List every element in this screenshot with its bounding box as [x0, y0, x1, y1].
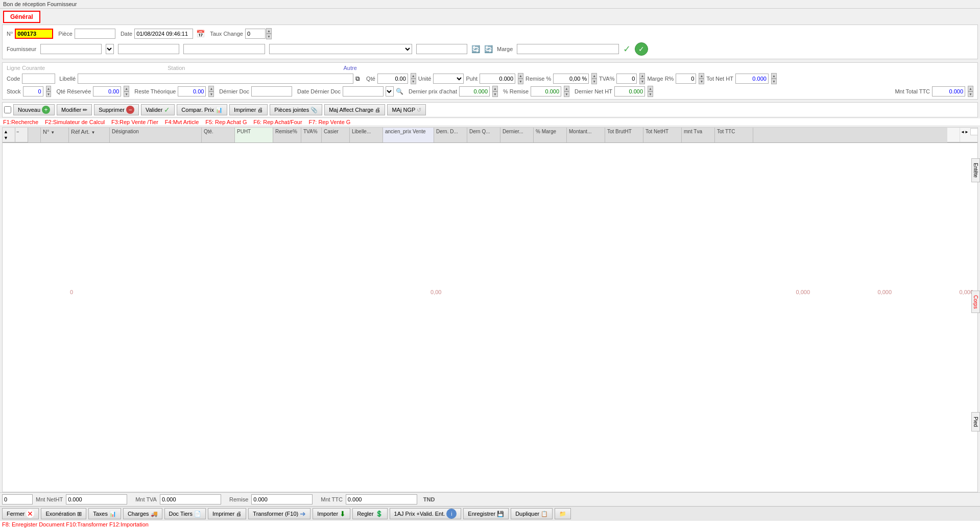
libelle-input[interactable] [78, 74, 353, 84]
calendar-icon[interactable]: 📅 [196, 30, 205, 38]
pct-remise-spinner[interactable]: ▲▼ [564, 86, 569, 97]
tot-net-spinner[interactable]: ▲▼ [771, 73, 777, 84]
maj-ngp-button[interactable]: MAj NGP ↺ [387, 104, 426, 115]
col-montant[interactable]: Montant... [567, 128, 605, 142]
valider-button[interactable]: Valider ✓ [141, 104, 175, 115]
remise-input[interactable] [553, 74, 589, 84]
col-remise[interactable]: Remise% [273, 128, 301, 142]
col-dern-d[interactable]: Dern. D... [434, 128, 467, 142]
unite-select[interactable] [433, 74, 464, 84]
col-ref-sort[interactable]: ▼ [91, 130, 95, 135]
puht-spinner[interactable]: ▲▼ [518, 73, 523, 84]
stock-spinner[interactable]: ▲▼ [46, 86, 52, 97]
exoneration-button[interactable]: Exonération ⊞ [41, 508, 86, 519]
fournisseur-name-input[interactable] [118, 44, 179, 54]
enregistrer-button[interactable]: Enregistrer 💾 [463, 508, 509, 519]
remise-footer-input[interactable]: 0.000 [251, 494, 313, 505]
doc-tiers-button[interactable]: Doc Tiers 📄 [164, 508, 206, 519]
supprimer-button[interactable]: Supprimer − [94, 104, 139, 115]
imprimer-bottom-button[interactable]: Imprimer 🖨 [208, 508, 246, 519]
col-tva[interactable]: TVA% [301, 128, 322, 142]
mnt-total-spinner[interactable]: ▲▼ [968, 86, 973, 97]
validate-icon[interactable]: ✓ [623, 43, 631, 55]
pieces-jointes-button[interactable]: Pièces jointes 📎 [270, 104, 322, 115]
stock-input[interactable] [23, 86, 43, 97]
col-dern-q[interactable]: Dern Q... [467, 128, 500, 142]
dernier-net-input[interactable] [614, 86, 645, 97]
search-icon[interactable]: 🔍 [396, 88, 403, 95]
extra-button[interactable]: 📁 [555, 508, 571, 519]
fournisseur-select2[interactable] [269, 44, 412, 54]
col-checkbox[interactable] [28, 128, 41, 142]
sync-icon[interactable]: 🔄 [484, 45, 493, 53]
qte-res-spinner[interactable]: ▲▼ [124, 86, 129, 97]
tot-net-ht-input[interactable] [735, 74, 769, 84]
mnt-ttc-footer-input[interactable]: 0.000 [346, 494, 417, 505]
col-qte[interactable]: Qté. [202, 128, 235, 142]
filter-n-arrows[interactable]: ◄► [961, 130, 969, 134]
confirm-button[interactable]: ✓ [635, 42, 648, 56]
sort-up-icon[interactable]: ▲ [4, 129, 8, 134]
sort-down-icon[interactable]: ▼ [4, 135, 8, 140]
mnt-netht-footer-input[interactable]: 0.000 [66, 494, 127, 505]
1aj-prix-button[interactable]: 1AJ Prix +Valid. Ent. i [390, 508, 462, 519]
col-puht[interactable]: PUHT [235, 128, 273, 142]
tva-spinner[interactable]: ▲▼ [639, 73, 645, 84]
tab-general[interactable]: Général [3, 11, 40, 23]
marge-r-input[interactable] [676, 74, 696, 84]
reste-input[interactable] [178, 86, 206, 97]
dernier-prix-spinner[interactable]: ▲▼ [492, 86, 498, 97]
reste-spinner[interactable]: ▲▼ [208, 86, 214, 97]
dernier-doc-input[interactable] [251, 86, 292, 97]
qte-input[interactable] [377, 74, 408, 84]
remise-spinner[interactable]: ▲▼ [591, 73, 597, 84]
col-dernier[interactable]: Dernier... [500, 128, 534, 142]
taux-spinner[interactable]: ▲ ▼ [266, 28, 272, 39]
fournisseur-input[interactable] [40, 44, 102, 54]
col-libelle[interactable]: Libelle... [350, 128, 383, 142]
marge-input[interactable] [517, 44, 619, 54]
filter-n-input[interactable] [970, 128, 978, 135]
dernier-prix-input[interactable] [459, 86, 490, 97]
col-n[interactable]: N° ▼ [41, 128, 69, 142]
col-mnt-tva[interactable]: mnt Tva [682, 128, 715, 142]
qte-res-input[interactable] [93, 86, 121, 97]
fermer-button[interactable]: Fermer ✕ [2, 508, 39, 519]
date-input[interactable]: 01/08/2024 09:46:11 [134, 29, 193, 39]
side-tab-pied[interactable]: Pied [971, 412, 980, 431]
n-input[interactable]: 000173 [15, 29, 53, 39]
nouveau-button[interactable]: Nouveau + [13, 104, 55, 115]
col-casier[interactable]: Casier [322, 128, 350, 142]
taxes-button[interactable]: Taxes 📊 [88, 508, 121, 519]
fournisseur-extra1-input[interactable] [183, 44, 265, 54]
col-designation[interactable]: Désignation [110, 128, 202, 142]
side-tab-corps[interactable]: Corps [971, 291, 980, 314]
col-n-sort[interactable]: ▼ [51, 130, 55, 135]
mnt-total-input[interactable] [932, 86, 965, 97]
minus-col-icon[interactable]: − [16, 129, 19, 134]
maj-affect-charge-button[interactable]: Maj Affect Charge 🖨 [324, 104, 385, 115]
fournisseur-extra2-input[interactable] [416, 44, 467, 54]
col-marge[interactable]: % Marge [534, 128, 567, 142]
count-input[interactable]: 0 [2, 494, 33, 505]
compar-prix-button[interactable]: Compar. Prix 📊 [177, 104, 227, 115]
piece-input[interactable] [75, 29, 115, 39]
modifier-button[interactable]: Modifier ✏ [57, 104, 92, 115]
col-ancien-prix[interactable]: ancien_prix Vente [383, 128, 434, 142]
regler-button[interactable]: Regler 💲 [352, 508, 387, 519]
taux-input[interactable] [245, 29, 266, 39]
importer-button[interactable]: Importer ⬇ [313, 508, 350, 519]
mnt-tva-footer-input[interactable]: 0.000 [160, 494, 221, 505]
col-tot-brut[interactable]: Tot BrutHT [605, 128, 643, 142]
col-tot-net[interactable]: Tot NetHT [643, 128, 682, 142]
charges-button[interactable]: Charges 🚚 [123, 508, 162, 519]
imprimer-button[interactable]: Imprimer 🖨 [229, 104, 268, 115]
qte-spinner[interactable]: ▲▼ [411, 73, 416, 84]
col-ref[interactable]: Réf Art. ▼ [69, 128, 110, 142]
refresh-icon[interactable]: 🔄 [471, 45, 480, 53]
side-tab-entete[interactable]: Entête [971, 158, 980, 182]
pct-remise-input[interactable] [531, 86, 561, 97]
copy-icon[interactable]: ⧉ [355, 75, 360, 82]
row-checkbox[interactable] [4, 106, 11, 113]
code-input[interactable] [22, 74, 55, 84]
